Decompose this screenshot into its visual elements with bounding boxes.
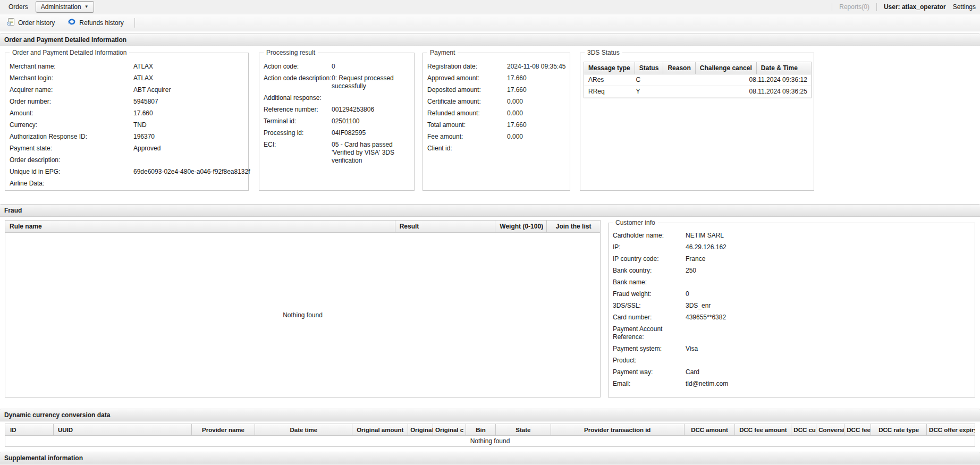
three-ds-table: Message type Status Reason Challenge can… — [584, 62, 812, 98]
field-value: 0: Request processed successfully — [332, 74, 410, 90]
cell-date-time: 08.11.2024 09:36:25 — [745, 86, 811, 97]
field-value: 196370 — [133, 133, 244, 141]
section-supplemental-title: Supplemental information — [4, 454, 83, 462]
field-row: Refunded amount: 0.000 — [427, 109, 565, 117]
cell-challenge-cancel — [699, 74, 745, 86]
order-info-legend: Order and Payment Detailed Information — [10, 49, 129, 56]
separator — [134, 18, 135, 28]
field-value: 17.660 — [507, 86, 565, 94]
column-header: Message type — [584, 62, 635, 74]
field-row: Payment system: Visa — [613, 345, 970, 353]
field-value: 0 — [686, 290, 970, 298]
column-header: Rule name — [5, 221, 395, 232]
field-value: Visa — [686, 345, 970, 353]
field-value: 17.660 — [507, 74, 565, 82]
main-panel: Order and Payment Detailed Information M… — [0, 46, 980, 202]
field-row: Additional response: — [264, 94, 410, 102]
field-value: 69de6093-02e4-480e-a046-f92f8ea8132f — [133, 168, 250, 176]
column-header: Join the list — [547, 221, 600, 232]
field-value: 05 - Card has passed 'Verified by VISA' … — [332, 141, 410, 165]
section-supplemental-header: Supplemental information — [0, 452, 980, 464]
menu-reports: Reports(0) — [839, 3, 869, 11]
field-label: Airline Data: — [10, 180, 133, 188]
field-row: Payment state: Approved — [10, 145, 244, 153]
field-row: Deposited amount: 17.660 — [427, 86, 565, 94]
field-value: 0 — [332, 63, 410, 71]
field-row: Processing id: 04IF082595 — [264, 129, 410, 137]
user-label: User: atlax_operator — [884, 3, 946, 11]
field-row: Authorization Response ID: 196370 — [10, 133, 244, 141]
field-value — [507, 145, 565, 153]
field-row: Terminal id: 02501100 — [264, 117, 410, 125]
field-row: Order number: 5945807 — [10, 98, 244, 106]
refunds-history-label: Refunds history — [79, 19, 123, 27]
field-label: Payment state: — [10, 145, 133, 153]
field-label: ECI: — [264, 141, 332, 165]
column-header: Original amount — [352, 424, 408, 435]
field-value: France — [686, 255, 970, 263]
menu-orders[interactable]: Orders — [3, 2, 33, 12]
order-history-button[interactable]: Order history — [4, 16, 57, 29]
field-label: Certificate amount: — [427, 98, 507, 106]
table-row[interactable]: ARes C 08.11.2024 09:36:12 — [584, 74, 811, 86]
field-row: Registration date: 2024-11-08 09:35:45 — [427, 63, 565, 71]
order-history-label: Order history — [18, 19, 55, 27]
column-header: Original c — [433, 424, 466, 435]
field-value: 250 — [686, 267, 970, 275]
cell-reason — [664, 74, 699, 86]
column-header: DCC fee — [844, 424, 871, 435]
field-value: 0.000 — [507, 109, 565, 117]
field-label: Unique id in EPG: — [10, 168, 133, 176]
top-menu-bar: Orders Administration ▼ Reports(0) User:… — [0, 0, 980, 14]
field-label: Currency: — [10, 121, 133, 129]
table-row[interactable]: RReq Y 08.11.2024 09:36:25 — [584, 86, 811, 98]
field-row: Merchant login: ATLAX — [10, 74, 244, 82]
field-row: ECI: 05 - Card has passed 'Verified by V… — [264, 141, 410, 165]
payment-legend: Payment — [427, 49, 458, 56]
column-header: DCC rate type — [871, 424, 927, 435]
cell-message-type: ARes — [584, 74, 632, 86]
menu-administration[interactable]: Administration ▼ — [36, 1, 94, 13]
field-value: 5945807 — [133, 98, 244, 106]
field-row: Bank name: — [613, 278, 970, 286]
menu-settings[interactable]: Settings — [953, 3, 976, 11]
cell-status: Y — [632, 86, 664, 97]
cell-reason — [664, 86, 699, 97]
refunds-history-button[interactable]: Refunds history — [65, 16, 125, 29]
field-value: ABT Acquirer — [133, 86, 244, 94]
column-header: Weight (0-100) — [495, 221, 547, 232]
payment-fields: Registration date: 2024-11-08 09:35:45 A… — [423, 53, 570, 153]
fraud-panel: Rule name Result Weight (0-100) Join the… — [0, 217, 980, 407]
field-row: IP: 46.29.126.162 — [613, 243, 970, 251]
field-label: Approved amount: — [427, 74, 507, 82]
field-value: 3DS_enr — [686, 302, 970, 310]
field-row: Acquirer name: ABT Acquirer — [10, 86, 244, 94]
column-header: Status — [635, 62, 664, 74]
payment-fieldset: Payment Registration date: 2024-11-08 09… — [423, 53, 570, 191]
field-label: IP: — [613, 243, 686, 251]
fraud-empty-message: Nothing found — [5, 233, 600, 397]
field-label: Reference number: — [264, 106, 332, 114]
column-header: Provider transaction id — [551, 424, 685, 435]
field-value: tld@netim.com — [686, 380, 970, 388]
field-label: Authorization Response ID: — [10, 133, 133, 141]
field-label: Card number: — [613, 314, 686, 322]
order-history-icon — [6, 18, 15, 28]
field-row: Cardholder name: NETIM SARL — [613, 232, 970, 240]
field-label: Order description: — [10, 156, 133, 164]
field-value: ATLAX — [133, 63, 244, 71]
field-value — [133, 180, 244, 188]
customer-info-fields: Cardholder name: NETIM SARL IP: 46.29.12… — [609, 223, 975, 388]
field-value: 439655**6382 — [686, 314, 970, 322]
column-header: UUID — [54, 424, 192, 435]
three-ds-fieldset: 3DS Status Message type Status Reason Ch… — [580, 53, 814, 191]
processing-result-fields: Action code: 0 Action code description: … — [259, 53, 414, 165]
field-row: Email: tld@netim.com — [613, 380, 970, 388]
field-label: Terminal id: — [264, 117, 332, 125]
field-row: Card number: 439655**6382 — [613, 314, 970, 322]
field-row: 3DS/SSL: 3DS_enr — [613, 302, 970, 310]
column-header: Date & Time — [757, 62, 802, 74]
column-header: Reason — [663, 62, 695, 74]
column-header: State — [496, 424, 551, 435]
fraud-table: Rule name Result Weight (0-100) Join the… — [5, 220, 601, 398]
